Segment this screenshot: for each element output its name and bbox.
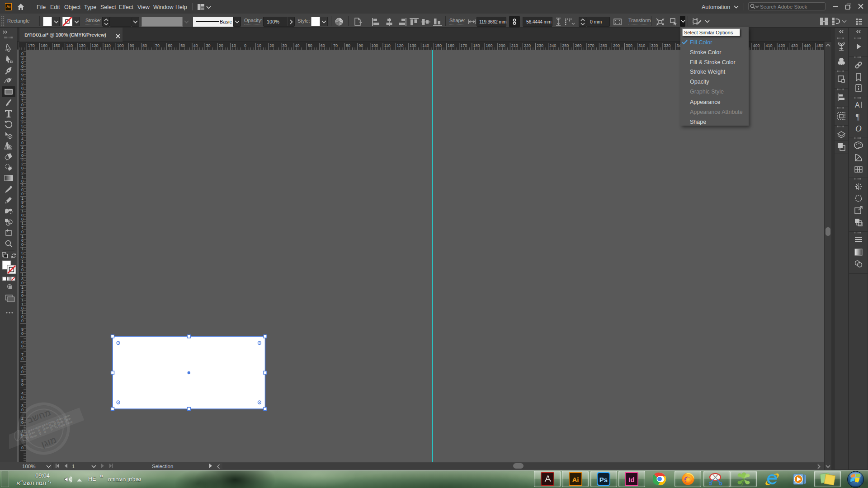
svg-text:130: 130: [410, 43, 416, 48]
svg-text:160: 160: [41, 43, 47, 48]
svg-text:30: 30: [206, 43, 211, 48]
svg-text:¶: ¶: [856, 113, 859, 122]
svg-text:140: 140: [422, 43, 429, 48]
svg-text:20: 20: [269, 43, 274, 48]
svg-text:0: 0: [21, 115, 24, 120]
svg-text:420: 420: [778, 43, 785, 48]
svg-text:0: 0: [21, 192, 24, 196]
svg-text:100: 100: [117, 43, 124, 48]
svg-text:0: 0: [21, 242, 24, 247]
svg-text:50: 50: [180, 43, 185, 48]
svg-text:0: 0: [244, 43, 246, 48]
svg-text:270: 270: [588, 43, 594, 48]
svg-text:70: 70: [155, 43, 160, 48]
svg-text:250: 250: [562, 43, 569, 48]
svg-text:160: 160: [448, 43, 454, 48]
svg-text:170: 170: [460, 43, 467, 48]
svg-text:0: 0: [21, 217, 24, 221]
svg-text:0: 0: [21, 357, 24, 361]
svg-text:O: O: [855, 124, 862, 133]
svg-text:240: 240: [549, 43, 556, 48]
svg-text:Ps: Ps: [599, 476, 608, 483]
svg-text:A: A: [855, 101, 860, 109]
svg-text:130: 130: [79, 43, 85, 48]
svg-text:0: 0: [21, 77, 24, 81]
svg-text:0: 0: [21, 382, 24, 387]
svg-text:120: 120: [397, 43, 404, 48]
svg-text:60: 60: [321, 43, 325, 48]
svg-text:150: 150: [53, 43, 60, 48]
svg-text:0: 0: [21, 64, 24, 69]
svg-text:40: 40: [193, 43, 198, 48]
svg-text:120: 120: [91, 43, 98, 48]
svg-text:100: 100: [371, 43, 378, 48]
svg-text:0: 0: [21, 128, 24, 132]
svg-text:50: 50: [308, 43, 312, 48]
svg-text:330: 330: [664, 43, 670, 48]
svg-text:0: 0: [21, 141, 24, 145]
svg-text:140: 140: [66, 43, 73, 48]
svg-text:90: 90: [359, 43, 363, 48]
svg-text:0: 0: [21, 255, 24, 259]
svg-text:80: 80: [346, 43, 350, 48]
svg-text:400: 400: [753, 43, 760, 48]
svg-text:280: 280: [600, 43, 607, 48]
svg-text:10: 10: [257, 43, 261, 48]
svg-text:0: 0: [21, 331, 24, 336]
svg-text:0: 0: [21, 230, 24, 234]
svg-text:0: 0: [21, 281, 24, 285]
svg-text:300: 300: [626, 43, 632, 48]
svg-text:0: 0: [21, 306, 24, 310]
svg-text:0: 0: [21, 166, 24, 170]
svg-text:80: 80: [142, 43, 147, 48]
svg-text:290: 290: [613, 43, 620, 48]
svg-text:200: 200: [499, 43, 505, 48]
svg-text:260: 260: [575, 43, 582, 48]
svg-text:210: 210: [511, 43, 518, 48]
svg-text:150: 150: [435, 43, 442, 48]
svg-text:440: 440: [804, 43, 811, 48]
svg-text:30: 30: [282, 43, 287, 48]
svg-text:90: 90: [130, 43, 134, 48]
svg-text:60: 60: [168, 43, 172, 48]
svg-text:110: 110: [104, 43, 111, 48]
svg-text:0: 0: [21, 153, 24, 158]
svg-text:220: 220: [524, 43, 531, 48]
svg-text:20: 20: [219, 43, 223, 48]
svg-text:110: 110: [384, 43, 391, 48]
svg-text:170: 170: [28, 43, 35, 48]
svg-text:10: 10: [231, 43, 236, 48]
svg-text:Id: Id: [628, 476, 634, 483]
svg-text:190: 190: [486, 43, 493, 48]
svg-text:0: 0: [21, 204, 24, 209]
svg-text:430: 430: [791, 43, 798, 48]
svg-text:180: 180: [473, 43, 480, 48]
svg-text:0: 0: [21, 179, 24, 183]
svg-text:70: 70: [333, 43, 338, 48]
svg-text:40: 40: [295, 43, 300, 48]
svg-text:230: 230: [537, 43, 543, 48]
svg-text:0: 0: [21, 293, 24, 298]
svg-text:0: 0: [21, 344, 24, 348]
svg-text:320: 320: [651, 43, 658, 48]
svg-text:0: 0: [21, 267, 24, 272]
svg-text:310: 310: [638, 43, 645, 48]
svg-text:450: 450: [816, 43, 823, 48]
svg-text:410: 410: [766, 43, 773, 48]
svg-text:0: 0: [21, 103, 24, 107]
svg-text:0: 0: [21, 370, 24, 374]
svg-text:0: 0: [21, 52, 24, 56]
svg-text:0: 0: [21, 319, 24, 323]
svg-text:0: 0: [21, 90, 24, 94]
svg-text:Ai: Ai: [572, 476, 579, 483]
